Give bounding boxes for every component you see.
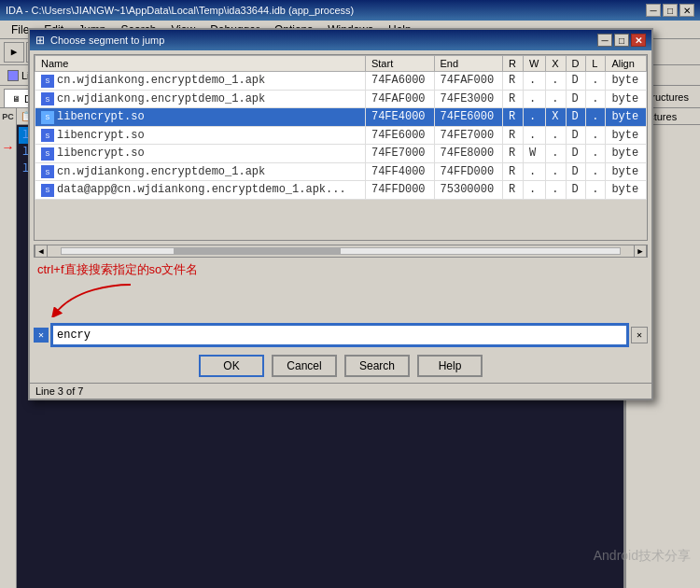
scroll-left-button[interactable]: ◀: [35, 245, 48, 258]
modal-close-button[interactable]: ✕: [631, 34, 646, 47]
scroll-thumb[interactable]: [174, 248, 341, 254]
col-start: Start: [365, 56, 434, 72]
table-row[interactable]: Scn.wjdiankong.encryptdemo_1.apk 74FA600…: [35, 72, 647, 91]
help-button[interactable]: Help: [417, 355, 483, 377]
row-w: .: [523, 181, 545, 200]
row-end: 74FE6000: [434, 108, 503, 127]
row-d: D: [566, 90, 586, 108]
segment-icon: ⊞: [35, 34, 45, 47]
row-end: 74FE3000: [434, 90, 503, 108]
row-icon: S: [41, 184, 54, 197]
row-start: 74FE6000: [365, 126, 434, 145]
table-row[interactable]: Slibencrypt.so 74FE6000 74FE7000 R . . D…: [35, 126, 647, 145]
search-close-button[interactable]: ✕: [34, 328, 49, 343]
ok-button[interactable]: OK: [199, 355, 264, 377]
row-icon: S: [41, 92, 54, 105]
row-icon: S: [41, 129, 54, 142]
row-end: 75300000: [434, 181, 503, 200]
row-align: byte: [606, 145, 647, 163]
row-icon: S: [41, 165, 54, 178]
modal-title-bar: ⊞ Choose segment to jump ─ □ ✕: [30, 30, 651, 50]
annotation-arrow-svg: [37, 280, 149, 317]
row-w: .: [523, 72, 545, 91]
search-button[interactable]: Search: [344, 355, 410, 377]
row-end: 74FFD000: [434, 162, 503, 181]
row-start: 74FFD000: [365, 181, 434, 200]
row-name: Scn.wjdiankong.encryptdemo_1.apk: [35, 72, 366, 91]
row-w: .: [523, 162, 545, 181]
search-input[interactable]: [52, 325, 627, 345]
row-r: R: [503, 108, 524, 127]
table-row[interactable]: Slibencrypt.so 74FE7000 74FE8000 R W . D…: [35, 145, 647, 163]
row-r: R: [503, 162, 524, 181]
table-row[interactable]: Sdata@app@cn.wjdiankong.encryptdemo_1.ap…: [35, 181, 647, 200]
row-x: .: [546, 162, 566, 181]
row-icon: S: [41, 147, 54, 161]
col-end: End: [434, 56, 503, 72]
row-l: .: [586, 126, 606, 145]
row-align: byte: [606, 181, 647, 200]
row-r: R: [503, 181, 524, 200]
row-name: Sdata@app@cn.wjdiankong.encryptdemo_1.ap…: [35, 181, 366, 200]
horizontal-scrollbar[interactable]: ◀ ▶: [34, 245, 648, 258]
row-end: 74FAF000: [434, 72, 503, 91]
scroll-track[interactable]: [61, 247, 621, 255]
row-l: .: [586, 72, 606, 91]
modal-overlay: ⊞ Choose segment to jump ─ □ ✕ Name Star…: [0, 0, 700, 588]
row-x: .: [546, 90, 566, 108]
row-w: W: [523, 145, 545, 163]
scroll-right-button[interactable]: ▶: [634, 245, 647, 258]
row-align: byte: [606, 108, 647, 127]
row-x: .: [546, 181, 566, 200]
row-end: 74FE8000: [434, 145, 503, 163]
row-w: .: [523, 108, 545, 127]
row-name: Scn.wjdiankong.encryptdemo_1.apk: [35, 162, 366, 181]
row-start: 74FE4000: [365, 108, 434, 127]
row-d: D: [566, 126, 586, 145]
row-d: D: [566, 108, 586, 127]
row-l: .: [586, 108, 606, 127]
row-l: .: [586, 162, 606, 181]
col-d: D: [566, 56, 586, 72]
row-r: R: [503, 126, 524, 145]
table-row[interactable]: Scn.wjdiankong.encryptdemo_1.apk 74FAF00…: [35, 90, 647, 108]
table-row-selected[interactable]: Slibencrypt.so 74FE4000 74FE6000 R . X D…: [35, 108, 647, 127]
row-start: 74FE7000: [365, 145, 434, 163]
row-icon: S: [41, 75, 54, 88]
row-d: D: [566, 181, 586, 200]
segment-table: Name Start End R W X D L Align Scn.wjdia…: [35, 55, 647, 200]
modal-controls: ─ □ ✕: [597, 34, 646, 47]
col-l: L: [586, 56, 606, 72]
row-l: .: [586, 181, 606, 200]
modal-title-content: ⊞ Choose segment to jump: [35, 34, 164, 47]
row-start: 74FAF000: [365, 90, 434, 108]
row-x: .: [546, 72, 566, 91]
row-x: X: [546, 108, 566, 127]
row-align: byte: [606, 162, 647, 181]
cancel-button[interactable]: Cancel: [272, 355, 337, 377]
col-x: X: [546, 56, 566, 72]
modal-buttons: OK Cancel Search Help: [30, 349, 651, 383]
row-r: R: [503, 90, 524, 108]
search-clear-button[interactable]: ✕: [631, 327, 648, 343]
annotation-container: ctrl+f直接搜索指定的so文件名: [30, 258, 651, 321]
row-start: 74FA6000: [365, 72, 434, 91]
row-w: .: [523, 90, 545, 108]
row-x: .: [546, 126, 566, 145]
row-r: R: [503, 145, 524, 163]
row-r: R: [503, 72, 524, 91]
row-end: 74FE7000: [434, 126, 503, 145]
modal-maximize-button[interactable]: □: [614, 34, 629, 47]
annotation-text: ctrl+f直接搜索指定的so文件名: [37, 262, 198, 276]
row-align: byte: [606, 90, 647, 108]
modal-minimize-button[interactable]: ─: [597, 34, 612, 47]
segment-table-container: Name Start End R W X D L Align Scn.wjdia…: [34, 54, 648, 241]
row-name: Slibencrypt.so: [35, 145, 366, 163]
col-name: Name: [35, 56, 366, 72]
modal-status-bar: Line 3 of 7: [30, 383, 651, 399]
row-l: .: [586, 145, 606, 163]
row-w: .: [523, 126, 545, 145]
table-row[interactable]: Scn.wjdiankong.encryptdemo_1.apk 74FF400…: [35, 162, 647, 181]
row-icon: S: [41, 111, 54, 124]
col-w: W: [523, 56, 545, 72]
